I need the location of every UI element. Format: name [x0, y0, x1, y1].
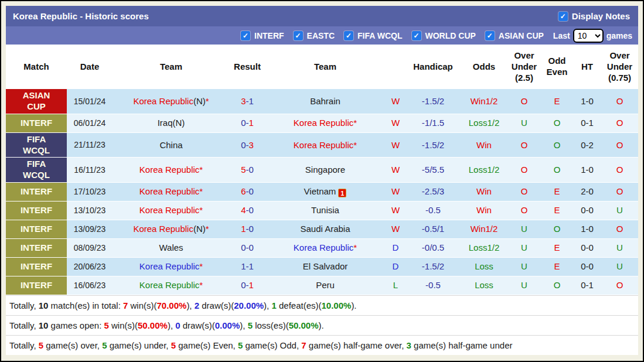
cell-competition: INTERF: [6, 220, 67, 238]
cell-away-team: Saudi Arabia: [265, 220, 386, 238]
text-segment: Win: [476, 205, 492, 215]
col-header-odd-even: Odd Even: [541, 45, 573, 89]
text-segment: L: [393, 280, 398, 290]
cell-home-team: Korea Republic*: [113, 257, 230, 276]
text-segment: 0: [249, 186, 254, 196]
filter-item-fifa-wcql: ✓FIFA WCQL: [344, 31, 402, 40]
text-segment: 0: [249, 205, 254, 215]
checkbox-icon[interactable]: ✓: [344, 31, 353, 40]
cell-over-under-075: O: [601, 114, 638, 132]
cell-over-under-075: O: [601, 182, 638, 201]
text-segment: defeat(es)(: [277, 300, 322, 310]
text-segment: Iraq(N): [158, 118, 185, 128]
text-segment: *: [199, 261, 203, 271]
cell-over-under-075: O: [601, 158, 638, 183]
cell-result: 0-1: [230, 114, 265, 132]
cell-away-team: El Salvador: [265, 257, 386, 276]
cell-handicap: -0.5: [406, 276, 461, 295]
text-segment: O: [616, 280, 623, 290]
text-segment: Korea Republic: [294, 140, 354, 150]
summary-section: Totally, 10 match(es) in total: 7 win(s)…: [6, 295, 638, 355]
text-segment: O: [616, 118, 623, 128]
display-notes-checkbox[interactable]: ✓: [558, 12, 568, 21]
cell-competition: ASIAN CUP: [6, 89, 67, 114]
cell-odd-even: E: [541, 238, 573, 257]
table-row: FIFA WCQL16/11/23Korea Republic*5-0Singa…: [6, 158, 638, 183]
cell-result: 4-0: [230, 201, 265, 220]
checkbox-icon[interactable]: ✓: [412, 31, 421, 40]
cell-odds: Loss1/2: [461, 158, 507, 183]
text-segment: Tunisia: [311, 205, 339, 215]
text-segment: Win: [476, 140, 492, 150]
text-segment: game(s) half-game under: [411, 340, 513, 350]
text-segment: 0: [175, 320, 180, 330]
text-segment: O: [554, 118, 561, 128]
cell-away-team: Korea Republic*: [265, 132, 386, 158]
text-segment: 10: [39, 300, 49, 310]
cell-over-under-075: O: [601, 276, 638, 295]
cell-over-under-25: O: [507, 182, 541, 201]
cell-over-under-25: O: [507, 201, 541, 220]
checkbox-icon[interactable]: ✓: [485, 31, 495, 40]
text-segment: W: [391, 186, 400, 196]
table-row: INTERF13/09/23Korea Republic(N)*1-0Saudi…: [6, 220, 638, 238]
text-segment: (N): [193, 96, 206, 106]
text-segment: Korea Republic: [294, 243, 354, 252]
last-label: Last: [553, 31, 570, 40]
cell-ht: 0-0: [573, 257, 601, 276]
cell-handicap: -1.5/2: [406, 257, 461, 276]
cell-away-team: Korea Republic*: [265, 114, 386, 132]
competition-badge: INTERF: [6, 276, 67, 295]
text-segment: ).: [319, 320, 324, 330]
text-segment: O: [521, 140, 528, 150]
text-segment: win(s)(: [109, 320, 138, 330]
text-segment: 5: [39, 340, 43, 350]
text-segment: ),: [264, 300, 271, 310]
text-segment: 3: [249, 140, 254, 150]
text-segment: O: [521, 186, 528, 196]
text-segment: Vietnam: [304, 186, 336, 196]
text-segment: O: [616, 96, 623, 106]
col-header-over-under-25: Over Under (2.5): [507, 45, 541, 89]
col-header-handicap: Handicap: [406, 45, 461, 89]
col-header-team-away: Team: [265, 45, 386, 89]
text-segment: 1: [271, 300, 276, 310]
cell-competition: INTERF: [6, 182, 67, 201]
cell-odd-even: O: [541, 132, 573, 158]
text-segment: games open:: [48, 320, 104, 330]
cell-away-team: Korea Republic*: [265, 238, 386, 257]
filter-label: WORLD CUP: [425, 31, 476, 40]
cell-home-team: China: [113, 132, 230, 158]
cell-wdl: W: [386, 182, 406, 201]
cell-away-team: Singapore: [265, 158, 386, 183]
text-segment: U: [616, 243, 623, 252]
cell-ht: 1-0: [573, 220, 601, 238]
cell-date: 16/11/23: [67, 158, 113, 183]
cell-over-under-25: U: [507, 220, 541, 238]
table-header-row: Match Date Team Result Team Handicap Odd…: [6, 45, 638, 89]
text-segment: 0: [249, 165, 254, 175]
text-segment: 5: [241, 165, 246, 175]
cell-away-team: Vietnam1: [265, 182, 386, 201]
text-segment: Loss: [475, 280, 493, 290]
competition-badge: FIFA WCQL: [6, 133, 67, 158]
table-row: INTERF16/06/23Korea Republic*0-1PeruL-0.…: [6, 276, 638, 295]
cell-ht: 0-0: [573, 238, 601, 257]
cell-wdl: W: [386, 114, 406, 132]
cell-over-under-25: O: [507, 132, 541, 158]
cell-wdl: W: [386, 89, 406, 114]
text-segment: 1: [249, 261, 254, 271]
col-header-result: Result: [230, 45, 265, 89]
cell-result: 3-1: [230, 89, 265, 114]
checkbox-icon[interactable]: ✓: [241, 31, 250, 40]
checkbox-icon[interactable]: ✓: [294, 31, 303, 40]
text-segment: Korea Republic: [133, 224, 193, 234]
cell-ht: 0-0: [573, 201, 601, 220]
text-segment: 4: [241, 205, 246, 215]
cell-odds: Win1/2: [461, 220, 507, 238]
cell-wdl: W: [386, 220, 406, 238]
text-segment: El Salvador: [303, 261, 348, 271]
filter-label: FIFA WCQL: [357, 31, 402, 40]
text-segment: 5: [248, 320, 253, 330]
games-count-select[interactable]: 10: [573, 29, 604, 43]
